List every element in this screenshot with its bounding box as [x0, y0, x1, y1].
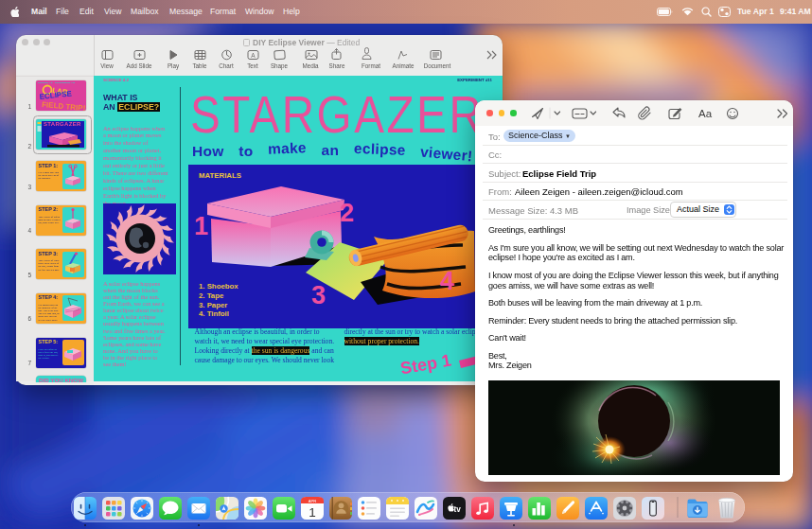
svg-text:Share: Share	[329, 62, 345, 69]
svg-text:Chart: Chart	[219, 62, 234, 69]
svg-text:Text: Text	[247, 62, 258, 69]
svg-text:1: 1	[309, 505, 316, 520]
svg-text:Play: Play	[168, 62, 180, 70]
svg-text:Media: Media	[302, 62, 319, 69]
svg-text:Add Slide: Add Slide	[127, 62, 152, 69]
svg-text:1: 1	[194, 212, 208, 240]
svg-text:MATERIALS: MATERIALS	[199, 171, 241, 180]
svg-text:tv: tv	[454, 505, 462, 514]
svg-text:Shape: Shape	[271, 62, 289, 70]
svg-text:Aa: Aa	[698, 108, 713, 119]
svg-text:APR: APR	[309, 499, 317, 503]
svg-text:3: 3	[311, 281, 326, 309]
svg-text:FIELD TRIP!: FIELD TRIP!	[42, 100, 86, 111]
svg-text:4. Tinfoil: 4. Tinfoil	[199, 309, 229, 318]
svg-text:4: 4	[440, 267, 454, 295]
svg-text:Animate: Animate	[392, 62, 415, 69]
svg-text:Table: Table	[192, 62, 207, 69]
svg-text:Document: Document	[424, 62, 451, 69]
svg-text:Format: Format	[362, 62, 380, 69]
svg-text:A: A	[251, 52, 256, 59]
svg-text:View: View	[100, 62, 114, 69]
svg-text:1. Shoebox: 1. Shoebox	[199, 282, 238, 291]
svg-text:2: 2	[340, 199, 354, 227]
svg-text:2. Tape: 2. Tape	[199, 291, 224, 300]
svg-text:3. Paper: 3. Paper	[199, 301, 227, 309]
